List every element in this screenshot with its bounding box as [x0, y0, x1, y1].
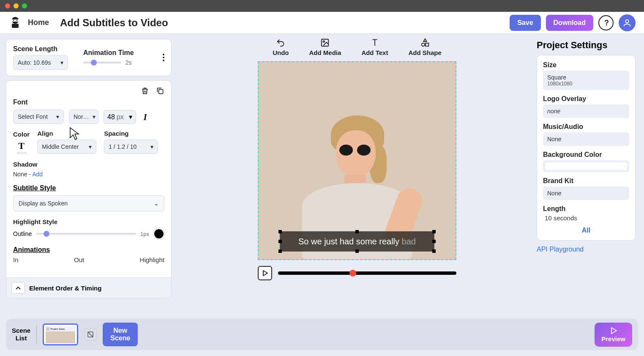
traffic-light-minimize[interactable]: [14, 3, 19, 8]
spacing-value: 1 / 1.2 / 10: [109, 143, 136, 150]
size-dimensions: 1080x1080: [547, 81, 625, 87]
show-all-link[interactable]: All: [543, 227, 629, 234]
logo-overlay-select[interactable]: none: [543, 104, 629, 118]
font-weight-select[interactable]: Nor…▾: [69, 110, 98, 124]
animation-time-value: 2s: [126, 59, 132, 66]
help-button[interactable]: ?: [598, 15, 614, 30]
music-label: Music/Audio: [543, 123, 629, 131]
trash-icon: [141, 87, 149, 95]
play-icon: [610, 327, 617, 334]
undo-button[interactable]: Undo: [273, 38, 289, 56]
bg-color-select[interactable]: [543, 160, 629, 172]
playback-bar: [258, 266, 456, 280]
transition-button[interactable]: [84, 328, 97, 341]
shadow-value: None: [13, 171, 27, 178]
app-header: Home Add Subtitles to Video Save Downloa…: [0, 12, 644, 34]
play-button[interactable]: [258, 266, 272, 280]
brand-kit-select[interactable]: None: [543, 186, 629, 200]
project-settings-card: Size Square 1080x1080 Logo Overlay none …: [537, 55, 636, 241]
page-title: Add Subtitles to Video: [60, 17, 168, 29]
animations-label: Animations: [13, 246, 164, 254]
chevron-down-icon: ⌄: [154, 200, 159, 207]
font-weight-value: Nor…: [74, 113, 89, 120]
italic-toggle[interactable]: I: [141, 111, 150, 124]
highlight-width-slider[interactable]: [36, 233, 136, 235]
add-shape-label: Add Shape: [408, 49, 441, 56]
animation-time-label: Animation Time: [83, 49, 156, 57]
cursor-icon: [69, 127, 81, 140]
svg-point-8: [163, 57, 164, 58]
font-size-input[interactable]: 48 px ▾: [104, 110, 136, 124]
font-heading: Font: [13, 99, 28, 106]
subtitle-style-select[interactable]: Display as Spoken⌄: [13, 195, 164, 211]
main-content: Scene Length Auto: 10.69s ▾ Animation Ti…: [0, 34, 644, 304]
new-scene-button[interactable]: New Scene: [103, 323, 138, 346]
bg-color-label: Background Color: [543, 151, 629, 159]
progress-handle[interactable]: [349, 270, 356, 277]
download-button[interactable]: Download: [546, 15, 593, 31]
subtitle-element[interactable]: So we just had some really bad: [280, 231, 434, 252]
save-button[interactable]: Save: [510, 15, 540, 31]
traffic-light-zoom[interactable]: [22, 3, 27, 8]
shadow-add-link[interactable]: Add: [32, 171, 43, 178]
svg-point-3: [13, 19, 14, 21]
font-size-number: 48: [107, 113, 115, 121]
shadow-label: Shadow: [13, 161, 38, 168]
highlight-color-swatch[interactable]: [153, 228, 164, 239]
svg-point-12: [323, 41, 325, 42]
add-media-button[interactable]: Add Media: [309, 38, 341, 56]
subtitle-text-faded: bad: [402, 237, 416, 246]
add-media-label: Add Media: [309, 49, 341, 56]
preview-label: Preview: [601, 335, 625, 342]
duplicate-button[interactable]: [156, 87, 164, 95]
music-select[interactable]: None: [543, 132, 629, 146]
animation-time-slider[interactable]: [83, 62, 121, 63]
scene-thumbnail-1[interactable]: Project Saas: [43, 323, 78, 345]
scene-length-card: Scene Length Auto: 10.69s ▾ Animation Ti…: [6, 39, 172, 76]
scene-length-select[interactable]: Auto: 10.69s ▾: [13, 55, 68, 70]
svg-text:?: ?: [604, 19, 609, 27]
api-playground-link[interactable]: API Playground: [537, 246, 636, 253]
copy-icon: [156, 87, 164, 95]
text-color-button[interactable]: T: [13, 140, 30, 154]
home-link[interactable]: Home: [28, 18, 49, 27]
align-select[interactable]: Middle Center▾: [37, 140, 96, 154]
highlight-style-label: Highlight Style: [13, 218, 57, 225]
chevron-down-icon: ▾: [129, 113, 132, 121]
chevron-down-icon: ▾: [89, 143, 92, 150]
traffic-light-close[interactable]: [5, 3, 10, 8]
more-options-button[interactable]: [163, 54, 164, 61]
color-label: Color: [13, 131, 30, 138]
svg-rect-2: [11, 19, 19, 22]
app-logo: [8, 16, 22, 30]
transition-icon: [87, 331, 94, 338]
size-label: Size: [543, 61, 629, 69]
collapse-toggle[interactable]: [11, 282, 25, 294]
text-color-icon: T: [18, 140, 25, 151]
align-label: Align: [37, 130, 96, 137]
shadow-separator: -: [27, 171, 32, 178]
preview-button[interactable]: Preview: [595, 323, 632, 347]
progress-bar[interactable]: [278, 271, 456, 275]
add-shape-button[interactable]: Add Shape: [408, 38, 441, 56]
question-icon: ?: [603, 19, 609, 27]
project-settings-title: Project Settings: [537, 40, 636, 51]
undo-label: Undo: [273, 49, 289, 56]
svg-rect-1: [12, 24, 19, 28]
font-family-select[interactable]: Select Font▾: [13, 110, 64, 124]
size-name: Square: [547, 74, 566, 81]
element-order-timing-bar[interactable]: Element Order & Timing: [6, 277, 171, 298]
spacing-select[interactable]: 1 / 1.2 / 10▾: [104, 140, 158, 154]
size-select[interactable]: Square 1080x1080: [543, 71, 629, 90]
user-icon: [622, 18, 632, 27]
video-canvas[interactable]: So we just had some really bad: [258, 61, 456, 260]
text-icon: [370, 38, 379, 47]
font-properties-card: Font Select Font▾ Nor…▾ 48 px ▾ I Color …: [6, 80, 172, 298]
image-icon: [320, 38, 330, 47]
svg-point-7: [163, 54, 164, 55]
account-button[interactable]: [619, 14, 636, 31]
add-text-button[interactable]: Add Text: [361, 38, 388, 56]
window-titlebar: [0, 0, 644, 12]
delete-button[interactable]: [141, 87, 149, 95]
project-settings-panel: Project Settings Size Square 1080x1080 L…: [537, 34, 644, 304]
